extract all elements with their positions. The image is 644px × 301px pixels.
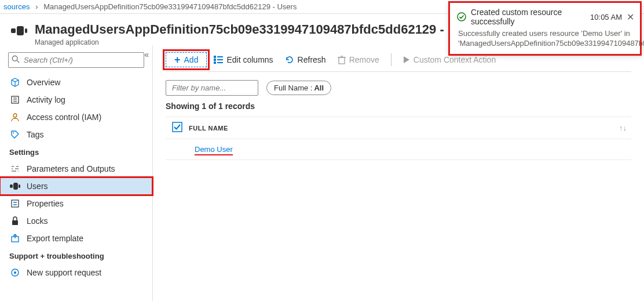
sidebar-item-label: Users xyxy=(27,182,144,191)
svg-point-11 xyxy=(13,132,14,133)
svg-rect-27 xyxy=(217,62,223,63)
svg-rect-23 xyxy=(214,59,216,61)
sidebar-item-users[interactable]: Users xyxy=(0,177,152,195)
resource-icon xyxy=(10,22,28,39)
search-icon xyxy=(12,55,20,65)
filter-by-name-input[interactable] xyxy=(166,80,258,96)
lock-icon xyxy=(9,216,21,226)
close-icon[interactable]: ✕ xyxy=(627,12,634,23)
edit-columns-label: Edit columns xyxy=(226,55,273,64)
sidebar-search-input[interactable] xyxy=(8,52,144,68)
toast-timestamp: 10:05 AM xyxy=(590,13,622,21)
svg-rect-2 xyxy=(25,28,27,33)
sidebar-item-label: Activity log xyxy=(27,95,144,104)
remove-label: Remove xyxy=(349,55,379,64)
svg-rect-31 xyxy=(173,122,182,132)
play-icon xyxy=(403,56,410,64)
svg-rect-25 xyxy=(217,56,223,57)
tag-icon xyxy=(9,130,21,139)
filter-bar: Full Name : All xyxy=(166,80,631,96)
edit-columns-button[interactable]: Edit columns xyxy=(209,53,277,67)
svg-rect-22 xyxy=(214,56,216,58)
toolbar-separator xyxy=(391,53,391,66)
users-icon xyxy=(9,182,21,190)
collapse-sidebar-icon[interactable]: « xyxy=(144,50,149,59)
svg-point-10 xyxy=(13,114,17,117)
svg-rect-18 xyxy=(12,220,18,225)
svg-rect-15 xyxy=(12,200,19,207)
table-header: FULL NAME ↑↓ xyxy=(166,117,631,139)
svg-rect-1 xyxy=(17,26,24,35)
row-full-name-link[interactable]: Demo User xyxy=(195,145,233,155)
sidebar-item-label: Access control (IAM) xyxy=(27,113,144,122)
toast-body: Successfully created users resource 'Dem… xyxy=(458,28,634,48)
sidebar-item-label: Properties xyxy=(27,199,144,208)
sidebar-item-properties[interactable]: Properties xyxy=(0,195,152,212)
sidebar-item-overview[interactable]: Overview xyxy=(0,74,152,91)
record-count: Showing 1 of 1 records xyxy=(166,101,631,111)
sidebar-item-label: Overview xyxy=(27,78,144,87)
sidebar-item-label: New support request xyxy=(27,268,144,277)
filter-full-name-pill[interactable]: Full Name : All xyxy=(266,81,331,95)
refresh-button[interactable]: Refresh xyxy=(280,53,331,67)
sidebar-item-export-template[interactable]: Export template xyxy=(0,230,152,247)
svg-point-21 xyxy=(14,271,16,274)
svg-rect-28 xyxy=(339,57,345,64)
breadcrumb-current: ManagedUsersAppDefinition75cb09e33199471… xyxy=(43,2,297,11)
sidebar-item-label: Export template xyxy=(27,234,144,243)
remove-button: Remove xyxy=(333,53,384,67)
sidebar-item-label: Tags xyxy=(27,130,144,139)
page-title: ManagedUsersAppDefinition75cb09e33199471… xyxy=(35,22,483,37)
refresh-icon xyxy=(285,55,294,64)
breadcrumb-parent[interactable]: sources xyxy=(3,2,30,11)
add-button[interactable]: + Add xyxy=(166,52,207,67)
sort-icon[interactable]: ↑↓ xyxy=(619,124,627,132)
custom-context-label: Custom Context Action xyxy=(414,55,496,64)
table-row[interactable]: Demo User xyxy=(166,139,631,160)
sidebar-section-support: Support + troubleshooting xyxy=(0,247,152,264)
filter-pill-label: Full Name : xyxy=(274,84,312,92)
svg-rect-24 xyxy=(214,61,216,64)
sidebar-section-settings: Settings xyxy=(0,143,152,160)
columns-icon xyxy=(214,56,223,64)
column-header-full-name[interactable]: FULL NAME xyxy=(189,125,228,132)
svg-rect-0 xyxy=(11,28,16,33)
sidebar-item-access-control[interactable]: Access control (IAM) xyxy=(0,108,152,126)
activity-log-icon xyxy=(9,95,21,104)
trash-icon xyxy=(338,55,346,64)
main-content: + Add Edit columns Refresh Remove Custom… xyxy=(153,45,644,301)
notification-toast: Created custom resource successfully 10:… xyxy=(448,1,642,56)
sidebar-item-label: Parameters and Outputs xyxy=(27,164,144,173)
sidebar-item-parameters[interactable]: Parameters and Outputs xyxy=(0,160,152,177)
sidebar-item-tags[interactable]: Tags xyxy=(0,126,152,143)
success-check-icon xyxy=(457,12,466,21)
add-label: Add xyxy=(184,55,199,64)
properties-icon xyxy=(9,199,21,208)
sidebar-item-new-support-request[interactable]: New support request xyxy=(0,264,152,281)
sidebar-item-locks[interactable]: Locks xyxy=(0,212,152,230)
sidebar: « Overview Activity log Access control (… xyxy=(0,45,153,301)
svg-point-4 xyxy=(12,56,17,61)
export-icon xyxy=(9,234,21,243)
sidebar-item-label: Locks xyxy=(27,216,144,226)
toast-title: Created custom resource successfully xyxy=(471,8,590,26)
sidebar-item-activity-log[interactable]: Activity log xyxy=(0,91,152,108)
params-icon xyxy=(9,164,21,173)
plus-icon: + xyxy=(174,56,181,64)
filter-pill-value: All xyxy=(314,84,324,92)
svg-point-3 xyxy=(458,13,466,21)
select-all-checkbox[interactable] xyxy=(172,122,182,134)
chevron-right-icon: › xyxy=(35,2,38,11)
support-icon xyxy=(9,268,21,277)
svg-rect-12 xyxy=(10,184,13,188)
person-icon xyxy=(9,113,21,122)
svg-rect-14 xyxy=(19,184,20,188)
svg-rect-26 xyxy=(217,59,223,60)
cube-icon xyxy=(9,78,21,87)
svg-rect-13 xyxy=(13,183,18,190)
refresh-label: Refresh xyxy=(298,55,326,64)
svg-line-5 xyxy=(17,60,19,63)
